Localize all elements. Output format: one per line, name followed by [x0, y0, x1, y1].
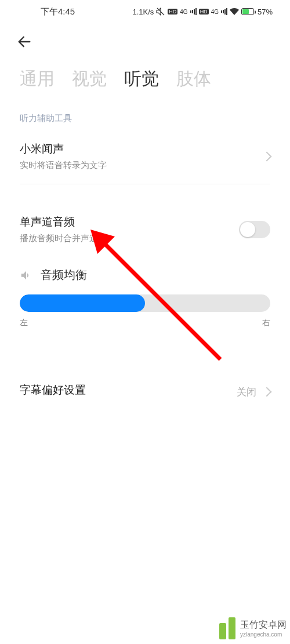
category-tabs: 通用 视觉 听觉 肢体 — [0, 63, 290, 101]
tab-general[interactable]: 通用 — [20, 67, 55, 91]
signal-bars-1 — [190, 8, 197, 15]
item-xiaomi-sound[interactable]: 小米闻声 实时将语音转录为文字 — [0, 129, 290, 184]
toggle-knob — [240, 222, 255, 237]
status-time: 下午4:45 — [41, 6, 75, 17]
slider-fill — [20, 294, 145, 312]
status-indicators: 1.1K/s HD 4G HD 4G 57% — [132, 8, 273, 16]
audio-balance-section: 音频均衡 左 右 — [0, 257, 290, 335]
speaker-icon — [20, 269, 32, 282]
network-speed: 1.1K/s — [132, 8, 154, 16]
sim1-label: 4G — [180, 9, 187, 15]
tab-physical[interactable]: 肢体 — [176, 67, 211, 91]
chevron-right-icon — [262, 387, 272, 397]
balance-right-label: 右 — [262, 318, 270, 328]
status-bar: 下午4:45 1.1K/s HD 4G HD 4G 57% — [0, 0, 290, 23]
balance-left-label: 左 — [20, 318, 28, 328]
back-button[interactable] — [0, 23, 290, 63]
item-subtitle-preference[interactable]: 字幕偏好设置 关闭 — [0, 370, 290, 414]
mono-audio-subtitle: 播放音频时合并声道 — [20, 233, 239, 244]
item-mono-audio: 单声道音频 播放音频时合并声道 — [0, 202, 290, 257]
back-arrow-icon — [16, 34, 32, 50]
tab-vision[interactable]: 视觉 — [72, 67, 107, 91]
chevron-right-icon — [262, 151, 272, 161]
mute-icon — [156, 8, 165, 16]
watermark: 玉竹安卓网 yzlangecha.com — [219, 617, 287, 639]
wifi-icon — [230, 8, 239, 15]
xiaomi-sound-title: 小米闻声 — [20, 141, 263, 157]
sim2-label: 4G — [211, 9, 219, 15]
battery-icon — [241, 8, 254, 15]
watermark-text: 玉竹安卓网 — [240, 619, 287, 631]
hd-badge-1: HD — [168, 9, 177, 14]
watermark-url: yzlangecha.com — [240, 631, 287, 638]
section-header-hearing-tools: 听力辅助工具 — [0, 101, 290, 129]
tab-hearing[interactable]: 听觉 — [124, 67, 159, 91]
battery-percent: 57% — [258, 8, 273, 16]
hd-badge-2: HD — [199, 9, 209, 14]
mono-audio-toggle[interactable] — [239, 221, 270, 238]
subtitle-pref-title: 字幕偏好设置 — [20, 383, 237, 398]
mono-audio-title: 单声道音频 — [20, 214, 239, 230]
audio-balance-label: 音频均衡 — [41, 267, 87, 283]
xiaomi-sound-subtitle: 实时将语音转录为文字 — [20, 160, 263, 171]
subtitle-pref-value: 关闭 — [237, 385, 256, 399]
watermark-logo-icon — [219, 617, 235, 639]
signal-bars-2 — [221, 8, 227, 15]
audio-balance-slider[interactable] — [20, 294, 270, 312]
